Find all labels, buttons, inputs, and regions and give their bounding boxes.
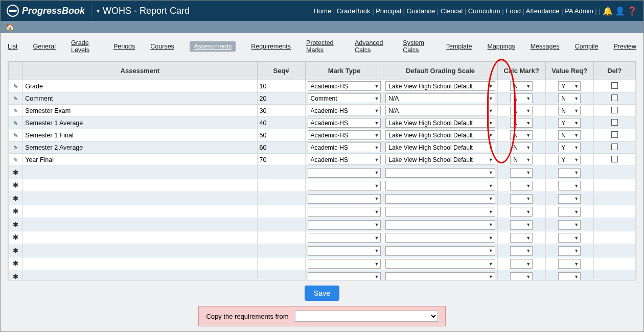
cell-seq[interactable] [257,257,305,270]
new-row-icon[interactable]: ✱ [13,207,18,215]
tab-preview[interactable]: Preview [614,43,636,50]
nav-attendance[interactable]: Attendance [526,7,560,15]
dropdown[interactable]: ▼ [385,272,495,280]
dropdown[interactable]: N▼ [510,93,533,103]
dropdown[interactable]: ▼ [558,246,581,256]
cell-assessment[interactable] [23,192,257,205]
dropdown[interactable]: ▼ [510,233,533,243]
tab-advanced-calcs[interactable]: Advanced Calcs [355,39,387,54]
delete-checkbox[interactable] [611,156,618,162]
dropdown[interactable]: Lake View High School Default▼ [385,118,495,128]
new-row-icon[interactable]: ✱ [13,195,18,202]
delete-checkbox[interactable] [611,94,618,101]
dropdown[interactable]: N▼ [558,130,581,140]
dropdown[interactable]: ▼ [558,272,581,280]
dropdown[interactable]: ▼ [510,246,533,256]
dropdown[interactable]: ▼ [510,220,533,230]
dropdown[interactable]: N▼ [510,130,533,140]
dropdown[interactable]: ▼ [385,194,495,204]
dropdown[interactable]: Y▼ [558,155,581,164]
dropdown[interactable]: ▼ [510,181,533,191]
new-row-icon[interactable]: ✱ [13,247,18,254]
dropdown[interactable]: ▼ [510,168,533,178]
dropdown[interactable]: ▼ [308,259,381,269]
cell-assessment[interactable]: Comment [23,92,257,105]
cell-seq[interactable] [257,244,305,257]
nav-home[interactable]: Home [313,7,331,15]
nav-guidance[interactable]: Guidance [407,7,435,15]
dropdown[interactable]: ▼ [308,168,381,178]
dropdown[interactable]: Comment▼ [308,93,381,103]
cell-assessment[interactable] [23,270,257,280]
dropdown[interactable]: ▼ [510,194,533,204]
delete-checkbox[interactable] [611,119,618,126]
dropdown[interactable]: Academic-HS▼ [308,118,381,128]
dropdown[interactable]: N▼ [510,81,533,91]
tab-general[interactable]: General [33,43,55,50]
tab-grade-levels[interactable]: Grade Levels [71,39,98,54]
cell-seq[interactable] [257,192,305,205]
nav-curriculum[interactable]: Curriculum [468,7,500,15]
cell-assessment[interactable]: Grade [23,80,257,92]
dropdown[interactable]: Lake View High School Default▼ [385,81,495,91]
edit-icon[interactable]: ✎ [13,108,18,114]
cell-seq[interactable] [257,179,305,192]
tab-courses[interactable]: Courses [150,43,174,50]
cell-seq[interactable]: 20 [257,92,305,105]
cell-assessment[interactable] [23,257,257,270]
cell-assessment[interactable]: Semester 1 Average [23,117,257,129]
cell-seq[interactable] [257,218,305,231]
cell-seq[interactable]: 70 [257,154,305,166]
copy-select[interactable] [295,311,438,322]
delete-checkbox[interactable] [611,131,618,138]
cell-assessment[interactable] [23,244,257,257]
dropdown[interactable]: Y▼ [558,81,581,91]
cell-seq[interactable]: 40 [257,117,305,129]
dropdown[interactable]: ▼ [385,259,495,269]
new-row-icon[interactable]: ✱ [13,169,18,176]
dropdown[interactable]: ▼ [558,207,581,217]
dropdown[interactable]: ▼ [510,259,533,269]
dropdown[interactable]: Academic-HS▼ [308,106,381,115]
tab-template[interactable]: Template [446,43,472,50]
nav-clerical[interactable]: Clerical [441,7,463,15]
dropdown[interactable]: ▼ [510,207,533,217]
cell-assessment[interactable] [23,179,257,192]
cell-seq[interactable]: 50 [257,129,305,141]
tab-requirements[interactable]: Requirements [251,43,291,50]
cell-seq[interactable] [257,270,305,280]
save-button[interactable]: Save [305,286,339,301]
dropdown[interactable]: N▼ [510,155,533,164]
edit-icon[interactable]: ✎ [13,157,18,163]
cell-assessment[interactable] [23,231,257,244]
dropdown[interactable]: N▼ [510,118,533,128]
edit-icon[interactable]: ✎ [13,132,18,138]
tab-system-calcs[interactable]: System Calcs [403,39,430,54]
cell-assessment[interactable]: Semester 1 Final [23,129,257,141]
cell-seq[interactable]: 60 [257,141,305,154]
dropdown[interactable]: ▼ [308,272,381,280]
new-row-icon[interactable]: ✱ [13,233,18,241]
help-icon[interactable]: ❓ [627,6,637,16]
dropdown[interactable]: ▼ [558,220,581,230]
dropdown[interactable]: N▼ [558,106,581,115]
nav-principal[interactable]: Principal [376,7,401,15]
home-icon[interactable]: 🏠 [6,23,14,31]
delete-checkbox[interactable] [611,144,618,150]
delete-checkbox[interactable] [611,107,618,113]
dropdown[interactable]: Lake View High School Default▼ [385,143,495,152]
dropdown[interactable]: Academic-HS▼ [308,130,381,140]
dropdown[interactable]: ▼ [385,246,495,256]
tab-assessments[interactable]: Assessments [190,41,236,52]
dropdown[interactable]: Lake View High School Default▼ [385,155,495,164]
nav-food[interactable]: Food [505,7,521,15]
user-icon[interactable]: 👤 [615,6,625,16]
tab-list[interactable]: List [8,43,17,50]
nav-gradebook[interactable]: GradeBook [337,7,371,15]
new-row-icon[interactable]: ✱ [13,221,18,228]
dropdown[interactable]: N/A▼ [385,106,495,115]
edit-icon[interactable]: ✎ [13,96,18,102]
dropdown[interactable]: ▼ [385,233,495,243]
dropdown[interactable]: ▼ [558,259,581,269]
dropdown[interactable]: Y▼ [558,118,581,128]
